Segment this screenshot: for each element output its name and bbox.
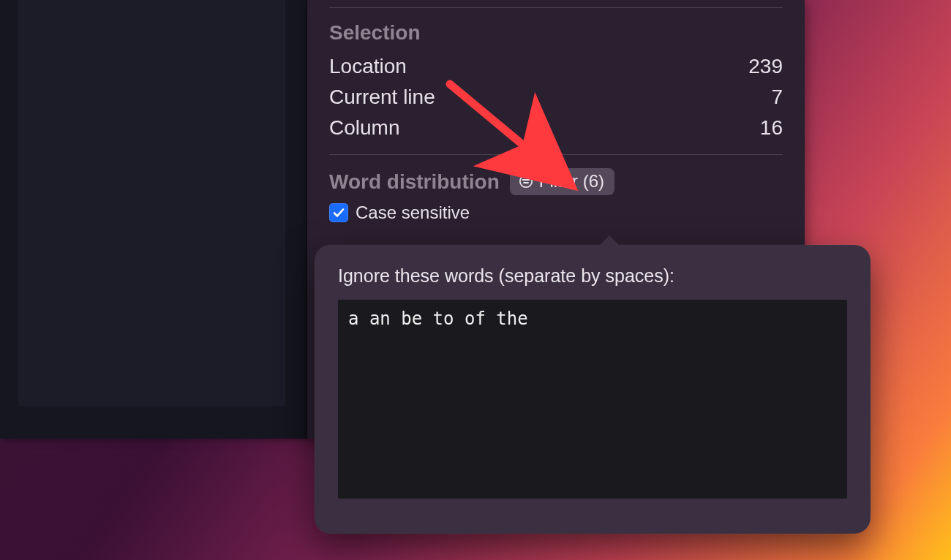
column-label: Column (329, 116, 760, 140)
selection-section-title: Selection (329, 21, 783, 45)
filter-button[interactable]: Filter (6) (510, 168, 614, 195)
location-value: 239 (748, 55, 783, 78)
ignore-words-label: Ignore these words (separate by spaces): (338, 265, 847, 287)
case-sensitive-row[interactable]: Case sensitive (329, 203, 783, 223)
divider (329, 154, 783, 155)
svg-point-0 (520, 175, 532, 187)
divider (329, 7, 783, 8)
current-line-label: Current line (329, 86, 771, 109)
column-value: 16 (760, 116, 783, 140)
selection-column-row: Column 16 (329, 116, 783, 140)
editor-content-area[interactable] (18, 0, 285, 406)
filter-button-label: Filter (6) (539, 171, 604, 192)
location-label: Location (329, 55, 748, 78)
current-line-value: 7 (771, 86, 783, 109)
word-distribution-header: Word distribution Filter (6) (329, 168, 783, 195)
ignore-words-input[interactable] (338, 300, 847, 499)
case-sensitive-checkbox[interactable] (329, 203, 348, 222)
editor-panel (0, 0, 307, 439)
filter-icon (519, 174, 533, 189)
selection-current-line-row: Current line 7 (329, 86, 783, 109)
checkmark-icon (332, 206, 345, 219)
selection-location-row: Location 239 (329, 55, 783, 78)
word-distribution-title: Word distribution (329, 170, 500, 194)
popover-arrow (598, 235, 620, 246)
filter-popover: Ignore these words (separate by spaces): (315, 245, 871, 534)
case-sensitive-label: Case sensitive (356, 203, 470, 223)
